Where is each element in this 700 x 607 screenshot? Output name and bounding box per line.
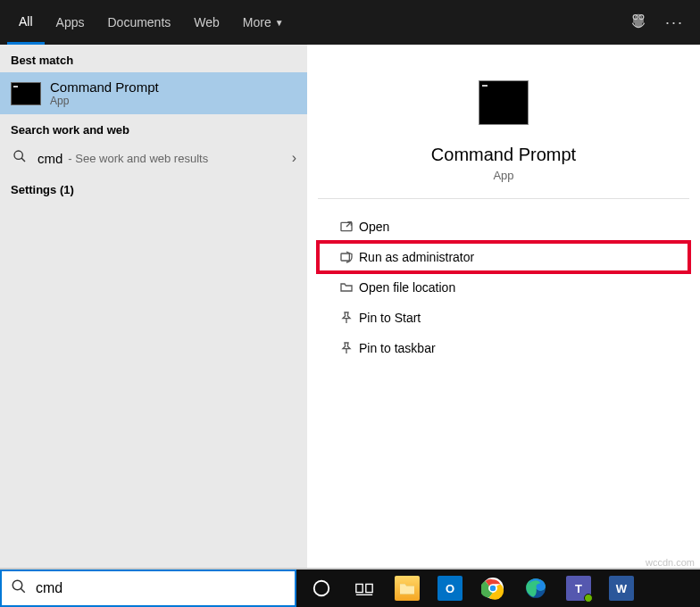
taskbar-cortana[interactable]: [302, 570, 341, 607]
result-title: Command Prompt: [50, 79, 159, 95]
action-pin-to-start[interactable]: Pin to Start: [318, 303, 689, 333]
search-web-header: Search work and web: [0, 114, 307, 142]
search-icon: [11, 578, 27, 598]
admin-icon: [334, 250, 359, 264]
svg-line-3: [21, 158, 25, 162]
svg-point-8: [12, 580, 22, 590]
tab-more[interactable]: More▼: [231, 0, 296, 45]
taskbar-file-explorer[interactable]: [388, 570, 427, 607]
action-pin-start-label: Pin to Start: [359, 311, 421, 325]
chevron-right-icon: ›: [292, 150, 296, 166]
search-icon: [11, 149, 29, 167]
edge-icon: [524, 577, 547, 600]
tab-apps[interactable]: Apps: [45, 0, 96, 45]
ellipsis-icon[interactable]: ···: [665, 13, 684, 32]
tab-all[interactable]: All: [7, 0, 45, 45]
folder-icon: [334, 280, 359, 295]
cmd-preview-icon: [479, 80, 529, 125]
action-run-as-administrator[interactable]: Run as administrator: [318, 242, 689, 272]
svg-rect-11: [356, 584, 362, 592]
best-match-header: Best match: [0, 45, 307, 72]
search-box[interactable]: [0, 570, 296, 607]
taskbar-outlook[interactable]: O: [430, 570, 470, 607]
search-web-query: cmd: [38, 151, 62, 166]
cmd-icon: [11, 82, 41, 105]
taskbar-word[interactable]: W: [602, 570, 641, 607]
watermark: wccdn.com: [646, 557, 695, 568]
preview-title: Command Prompt: [431, 145, 576, 165]
feedback-icon[interactable]: [629, 12, 647, 33]
pin-taskbar-icon: [334, 341, 359, 355]
taskbar: O T W: [296, 570, 700, 607]
teams-icon: T: [566, 576, 591, 601]
taskbar-teams[interactable]: T: [559, 570, 598, 607]
search-web-hint: - See work and web results: [68, 152, 208, 165]
tab-web[interactable]: Web: [182, 0, 231, 45]
action-run-admin-label: Run as administrator: [359, 250, 474, 264]
result-command-prompt[interactable]: Command Prompt App: [0, 72, 307, 114]
action-open[interactable]: Open: [318, 212, 689, 242]
taskbar-task-view[interactable]: [345, 570, 384, 607]
action-pin-taskbar-label: Pin to taskbar: [359, 341, 436, 355]
taskbar-edge[interactable]: [516, 570, 555, 607]
word-icon: W: [609, 576, 634, 601]
action-pin-to-taskbar[interactable]: Pin to taskbar: [318, 333, 689, 363]
chrome-icon: [481, 577, 504, 600]
search-results-list: Best match Command Prompt App Search wor…: [0, 45, 307, 568]
open-icon: [334, 220, 359, 234]
chevron-down-icon: ▼: [275, 18, 284, 28]
outlook-icon: O: [438, 576, 462, 601]
start-search-panel: All Apps Documents Web More▼ ··· Best ma…: [0, 0, 700, 568]
settings-header[interactable]: Settings (1): [0, 174, 307, 202]
result-preview-pane: Command Prompt App Open Run as administr…: [318, 59, 689, 568]
action-open-label: Open: [359, 220, 389, 234]
svg-rect-5: [341, 254, 349, 261]
file-explorer-icon: [395, 576, 420, 601]
preview-subtitle: App: [493, 169, 513, 182]
svg-point-10: [314, 581, 329, 596]
search-web-result[interactable]: cmd - See work and web results ›: [0, 142, 307, 174]
tab-documents[interactable]: Documents: [96, 0, 182, 45]
search-input[interactable]: [36, 580, 286, 596]
svg-line-9: [21, 588, 25, 593]
pin-start-icon: [334, 311, 359, 325]
taskbar-chrome[interactable]: [473, 570, 512, 607]
action-open-location-label: Open file location: [359, 280, 455, 295]
search-tabs: All Apps Documents Web More▼ ···: [0, 0, 700, 45]
result-subtitle: App: [50, 95, 159, 107]
action-open-file-location[interactable]: Open file location: [318, 272, 689, 303]
svg-rect-12: [366, 584, 372, 592]
svg-point-2: [14, 151, 22, 159]
